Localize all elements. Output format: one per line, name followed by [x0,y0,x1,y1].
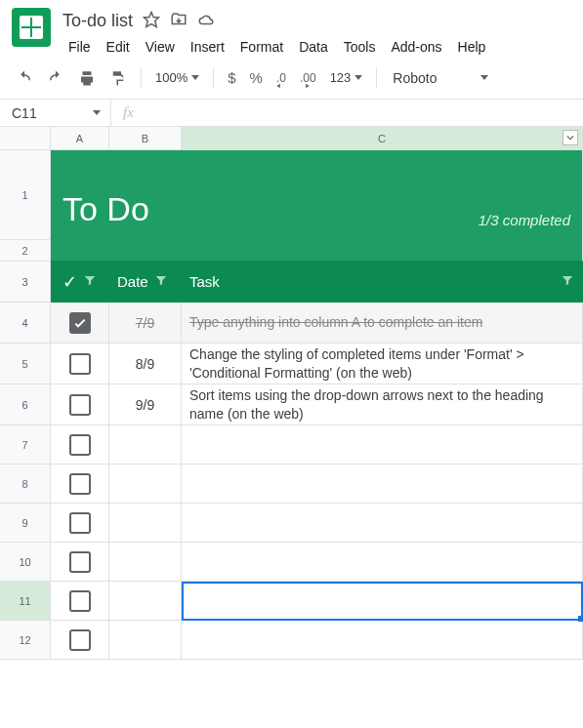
sheets-app-icon[interactable] [12,8,51,47]
checkbox-icon[interactable] [69,394,91,416]
cell-b8[interactable] [109,465,182,504]
banner-spacer[interactable] [51,240,583,262]
row-header-10[interactable]: 10 [0,543,51,582]
cell-b5[interactable]: 8/9 [109,344,182,384]
cell-a8[interactable] [51,465,109,504]
cell-a11[interactable] [51,582,109,621]
cell-a9[interactable] [51,504,109,543]
undo-button[interactable] [12,65,37,91]
svg-marker-0 [145,12,159,26]
move-icon[interactable] [170,11,187,31]
checkbox-icon[interactable] [69,434,91,456]
col-header-b[interactable]: B [109,127,182,150]
row-header-2[interactable]: 2 [0,240,51,262]
menu-view[interactable]: View [140,37,181,57]
progress-text: 1/3 completed [479,212,570,228]
cell-b11[interactable] [109,582,182,621]
cell-b10[interactable] [109,543,182,582]
cell-c5[interactable]: Change the styling of completed items un… [182,344,583,384]
filter-icon[interactable] [83,273,97,290]
cell-b6[interactable]: 9/9 [109,384,182,425]
cell-c12[interactable] [182,621,583,660]
cell-a4[interactable] [51,303,109,344]
row-header-12[interactable]: 12 [0,621,51,660]
checkbox-icon[interactable] [69,512,91,534]
fx-label: fx [111,104,134,121]
menu-data[interactable]: Data [293,37,334,57]
checkbox-icon[interactable] [69,629,91,651]
row-header-1[interactable]: 1 [0,150,51,240]
redo-button[interactable] [43,65,68,91]
cloud-status-icon[interactable] [197,11,215,31]
row-header-4[interactable]: 4 [0,303,51,344]
star-icon[interactable] [143,11,160,31]
cell-c6[interactable]: Sort items using the drop-down arrows ne… [182,384,583,425]
menu-edit[interactable]: Edit [101,37,136,57]
col-header-c[interactable]: C [182,127,583,150]
cell-b7[interactable] [109,425,182,465]
col-heading-check[interactable]: ✓ [51,262,109,303]
cell-c7[interactable] [182,425,583,465]
cell-c11-selected[interactable] [182,582,583,621]
document-title[interactable]: To-do list [62,11,133,31]
menu-file[interactable]: File [62,37,97,57]
name-box[interactable]: C11 [0,105,110,121]
menu-insert[interactable]: Insert [185,37,230,57]
col-heading-task[interactable]: Task [182,262,583,303]
cell-c9[interactable] [182,504,583,543]
column-dropdown-icon[interactable] [562,130,578,145]
cell-a12[interactable] [51,621,109,660]
percent-button[interactable]: % [246,65,267,90]
checkbox-icon[interactable] [69,473,91,495]
number-format-select[interactable]: 123 [326,70,367,85]
row-header-9[interactable]: 9 [0,504,51,543]
col-heading-date[interactable]: Date [109,262,182,303]
cell-c4[interactable]: Type anything into column A to complete … [182,303,583,344]
cell-b9[interactable] [109,504,182,543]
row-header-8[interactable]: 8 [0,465,51,504]
select-all-cell[interactable] [0,127,51,150]
filter-icon[interactable] [561,273,574,290]
zoom-select[interactable]: 100% [151,70,203,85]
checkbox-icon[interactable] [69,590,91,612]
title-banner[interactable]: To Do 1/3 completed [51,150,583,240]
filter-icon[interactable] [154,273,168,290]
cell-a5[interactable] [51,344,109,384]
row-header-7[interactable]: 7 [0,425,51,465]
row-header-5[interactable]: 5 [0,344,51,384]
toolbar: 100% $ % .0 .00 123 Roboto [0,57,583,100]
cell-a7[interactable] [51,425,109,465]
cell-c8[interactable] [182,465,583,504]
font-select[interactable]: Roboto [387,70,494,86]
row-header-11[interactable]: 11 [0,582,51,621]
menu-tools[interactable]: Tools [338,37,382,57]
increase-decimal-button[interactable]: .00 [296,67,320,89]
menu-help[interactable]: Help [452,37,492,57]
checkbox-checked-icon[interactable] [69,312,91,334]
cell-c10[interactable] [182,543,583,582]
menu-format[interactable]: Format [234,37,289,57]
cell-b12[interactable] [109,621,182,660]
decrease-decimal-button[interactable]: .0 [272,67,290,89]
paint-format-button[interactable] [105,65,131,91]
cell-b4[interactable]: 7/9 [109,303,182,344]
cell-a10[interactable] [51,543,109,582]
checkbox-icon[interactable] [69,551,91,573]
menu-addons[interactable]: Add-ons [385,37,447,57]
row-header-3[interactable]: 3 [0,262,51,303]
cell-a6[interactable] [51,384,109,425]
col-header-a[interactable]: A [51,127,109,150]
todo-title: To Do [62,190,149,228]
print-button[interactable] [74,65,100,91]
row-header-6[interactable]: 6 [0,384,51,425]
menu-bar: File Edit View Insert Format Data Tools … [62,33,491,57]
currency-button[interactable]: $ [224,65,239,90]
checkbox-icon[interactable] [69,353,91,375]
